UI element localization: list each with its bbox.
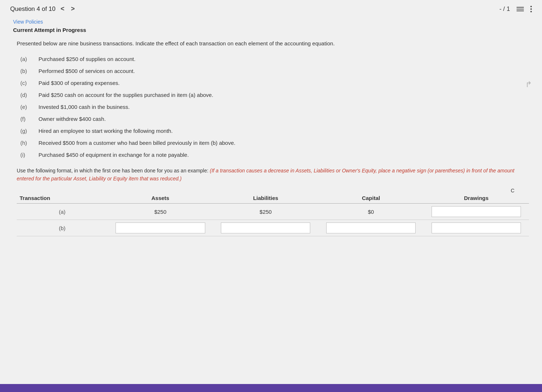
list-item: (i) Purchased $450 of equipment in excha… <box>20 152 529 158</box>
transactions-list: (a) Purchased $250 of supplies on accoun… <box>13 56 529 158</box>
tx-label-g: (g) <box>20 128 39 134</box>
question-nav: Question 4 of 10 < > <box>10 5 76 13</box>
attempt-label: Current Attempt in Progress <box>13 27 529 33</box>
tx-text-e: Invested $1,000 cash in the business. <box>39 104 529 110</box>
row-a-label: (a) <box>17 204 108 220</box>
top-right: - / 1 <box>499 5 532 13</box>
row-b-capital-input[interactable] <box>326 222 416 233</box>
main-content: View Policies Current Attempt in Progres… <box>0 16 542 244</box>
cursor-icon: ↱ <box>525 80 532 89</box>
tx-text-a: Purchased $250 of supplies on account. <box>39 56 529 62</box>
tx-label-f: (f) <box>20 116 39 122</box>
tx-text-h: Received $500 from a customer who had be… <box>39 140 529 146</box>
list-item: (b) Performed $500 of services on accoun… <box>20 68 529 74</box>
list-item: (c) Paid $300 of operating expenses. <box>20 80 529 86</box>
tx-text-f: Owner withdrew $400 cash. <box>39 116 529 122</box>
list-item: (a) Purchased $250 of supplies on accoun… <box>20 56 529 62</box>
col-header-drawings: Drawings <box>424 193 529 204</box>
table-section: C Transaction Assets Liabilities Capital… <box>13 193 529 236</box>
row-b-assets-cell <box>108 220 213 236</box>
tx-text-i: Purchased $450 of equipment in exchange … <box>39 152 529 158</box>
menu-icon[interactable] <box>517 7 524 11</box>
list-item: (h) Received $500 from a customer who ha… <box>20 140 529 146</box>
menu-line-1 <box>517 7 524 8</box>
row-b-drawings-input[interactable] <box>432 222 521 233</box>
tx-text-g: Hired an employee to start working the f… <box>39 128 529 134</box>
instruction-normal: Use the following format, in which the f… <box>17 168 210 173</box>
table-header-row: Transaction Assets Liabilities Capital D… <box>17 193 529 204</box>
view-policies-link[interactable]: View Policies <box>13 19 43 25</box>
tx-label-h: (h) <box>20 140 39 146</box>
col-header-assets: Assets <box>108 193 213 204</box>
tx-text-d: Paid $250 cash on account for the suppli… <box>39 92 529 98</box>
prev-button[interactable]: < <box>59 5 66 13</box>
table-row: (b) <box>17 220 529 236</box>
dot-3 <box>530 11 532 12</box>
tx-text-b: Performed $500 of services on account. <box>39 68 529 74</box>
page: Question 4 of 10 < > - / 1 View Policies… <box>0 0 542 392</box>
more-icon[interactable] <box>530 6 532 12</box>
row-b-drawings-cell <box>424 220 529 236</box>
tx-text-c: Paid $300 of operating expenses. <box>39 80 529 86</box>
instruction-box: Use the following format, in which the f… <box>13 167 529 183</box>
col-header-liabilities: Liabilities <box>213 193 318 204</box>
dot-1 <box>530 6 532 7</box>
row-b-liabilities-input[interactable] <box>221 222 311 233</box>
row-a-capital: $0 <box>318 204 424 220</box>
list-item: (f) Owner withdrew $400 cash. <box>20 116 529 122</box>
col-header-capital: Capital <box>318 193 424 204</box>
score-display: - / 1 <box>499 5 510 13</box>
list-item: (d) Paid $250 cash on account for the su… <box>20 92 529 98</box>
row-b-assets-input[interactable] <box>116 222 205 233</box>
accounting-table: Transaction Assets Liabilities Capital D… <box>17 193 529 236</box>
tx-label-e: (e) <box>20 104 39 110</box>
instruction-text: Use the following format, in which the f… <box>17 167 529 183</box>
menu-line-3 <box>517 11 524 11</box>
tx-label-i: (i) <box>20 152 39 158</box>
bottom-bar <box>0 384 542 392</box>
row-a-liabilities: $250 <box>213 204 318 220</box>
question-label: Question 4 of 10 <box>10 5 56 13</box>
tx-label-a: (a) <box>20 56 39 62</box>
c-column-label: C <box>511 188 514 193</box>
row-b-liabilities-cell <box>213 220 318 236</box>
tx-label-d: (d) <box>20 92 39 98</box>
top-bar: Question 4 of 10 < > - / 1 <box>0 0 542 16</box>
row-b-label: (b) <box>17 220 108 236</box>
row-a-assets: $250 <box>108 204 213 220</box>
tx-label-c: (c) <box>20 80 39 86</box>
next-button[interactable]: > <box>69 5 76 13</box>
menu-line-2 <box>517 9 524 9</box>
row-a-drawings-input[interactable] <box>432 206 521 217</box>
list-item: (g) Hired an employee to start working t… <box>20 128 529 134</box>
row-b-capital-cell <box>318 220 424 236</box>
tx-label-b: (b) <box>20 68 39 74</box>
dot-2 <box>530 8 532 10</box>
intro-text: Presented below are nine business transa… <box>13 40 529 48</box>
row-a-drawings <box>424 204 529 220</box>
table-row: (a) $250 $250 $0 <box>17 204 529 220</box>
list-item: (e) Invested $1,000 cash in the business… <box>20 104 529 110</box>
col-header-transaction: Transaction <box>17 193 108 204</box>
